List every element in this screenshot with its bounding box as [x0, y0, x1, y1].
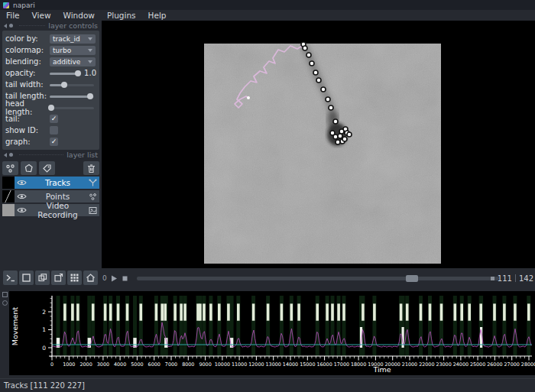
- svg-text:16000: 16000: [316, 361, 332, 368]
- layer-row-video-recording[interactable]: Video Recording: [2, 204, 99, 216]
- layer-controls-title: layer controls: [48, 21, 98, 30]
- plot-dock-float-icon[interactable]: [2, 292, 8, 297]
- head-length-slider[interactable]: [50, 104, 94, 112]
- home-reset-view-button[interactable]: [83, 271, 98, 285]
- svg-text:5000: 5000: [131, 361, 143, 368]
- layer-controls-panel: color by: track_id colormap: turbo blend…: [2, 31, 99, 150]
- layer-visibility-eye-icon[interactable]: [17, 179, 27, 186]
- layer-list-title: layer list: [66, 151, 98, 159]
- viewer-canvas[interactable]: [102, 21, 535, 268]
- ndisplay-2d3d-button[interactable]: [19, 271, 34, 285]
- transpose-dimensions-button[interactable]: [51, 271, 66, 285]
- svg-text:2000: 2000: [79, 361, 92, 368]
- colormap-value: turbo: [53, 47, 71, 54]
- frame-slider-handle[interactable]: [406, 275, 418, 282]
- layer-visibility-eye-icon[interactable]: [17, 193, 27, 200]
- svg-text:27000: 27000: [504, 361, 520, 368]
- show-id-label: show ID:: [5, 126, 50, 134]
- layer-controls-dock-title: layer controls: [0, 21, 102, 31]
- layer-name: Video Recording: [27, 201, 89, 219]
- svg-text:11000: 11000: [232, 361, 247, 368]
- play-button[interactable]: [111, 275, 118, 282]
- menu-help[interactable]: Help: [142, 11, 173, 20]
- dims-slider-row: 0: [102, 268, 499, 288]
- tail-length-slider[interactable]: [50, 92, 94, 100]
- layer-name: Tracks: [27, 178, 89, 187]
- svg-text:1000: 1000: [63, 361, 75, 368]
- frame-slider[interactable]: [137, 274, 499, 283]
- dock-collapse-icon[interactable]: [4, 153, 7, 157]
- dock-float-icon[interactable]: [9, 24, 13, 28]
- dims-axis-label: 0: [102, 274, 107, 282]
- status-text: Tracks [111 220 227]: [4, 381, 85, 390]
- layer-thumbnail: [2, 177, 15, 189]
- points-layer-type-icon: [89, 193, 97, 201]
- menubar: FileViewWindowPluginsHelp: [0, 10, 535, 21]
- dock-float-icon[interactable]: [9, 153, 13, 157]
- left-dock-panel: layer controls color by: track_id colorm…: [0, 21, 102, 268]
- delete-layer-button[interactable]: [83, 161, 99, 175]
- blending-value: additive: [53, 58, 80, 66]
- current-frame: 111: [498, 274, 512, 283]
- layer-list-dock-title: layer list: [0, 150, 102, 160]
- status-bar: Tracks [111 220 227]: [0, 378, 535, 392]
- graph-label: graph:: [5, 138, 50, 146]
- layer-thumbnail: [2, 190, 15, 202]
- titlebar: napari: [0, 0, 535, 10]
- blending-dropdown[interactable]: additive: [50, 57, 96, 66]
- tail-checkbox[interactable]: ✓: [50, 115, 58, 123]
- tracks-layer-type-icon: [89, 179, 97, 187]
- svg-text:6000: 6000: [148, 361, 160, 368]
- svg-text:4000: 4000: [114, 361, 126, 368]
- svg-text:8000: 8000: [182, 361, 194, 368]
- roll-dimensions-button[interactable]: [35, 271, 50, 285]
- svg-text:14000: 14000: [283, 361, 298, 368]
- svg-text:3000: 3000: [97, 361, 109, 368]
- new-points-layer-button[interactable]: [2, 161, 18, 175]
- show-id-checkbox[interactable]: [50, 126, 58, 134]
- svg-text:17000: 17000: [334, 361, 349, 368]
- chevron-down-icon: [88, 60, 92, 63]
- movement-plot: 0100020003000400050006000700080009000100…: [9, 291, 535, 375]
- svg-text:Time: Time: [372, 365, 391, 374]
- menu-file[interactable]: File: [0, 11, 26, 20]
- svg-text:15000: 15000: [300, 361, 315, 368]
- tail-width-slider[interactable]: [50, 81, 94, 89]
- plot-dock-close-icon[interactable]: [2, 300, 8, 306]
- svg-text:10000: 10000: [215, 361, 230, 368]
- svg-text:24000: 24000: [453, 361, 469, 368]
- menu-plugins[interactable]: Plugins: [101, 11, 142, 20]
- svg-text:13000: 13000: [266, 361, 281, 368]
- opacity-slider[interactable]: [50, 70, 80, 77]
- colormap-dropdown[interactable]: turbo: [50, 46, 96, 55]
- svg-text:26000: 26000: [487, 361, 502, 368]
- layer-visibility-eye-icon[interactable]: [17, 206, 27, 214]
- layer-row-tracks[interactable]: Tracks: [2, 177, 99, 189]
- video-frame-image: [203, 42, 443, 265]
- new-labels-layer-button[interactable]: [39, 161, 55, 175]
- dock-collapse-icon[interactable]: [4, 24, 7, 28]
- svg-text:23000: 23000: [436, 361, 451, 368]
- svg-text:7000: 7000: [165, 361, 177, 368]
- tail-width-label: tail width:: [5, 80, 50, 89]
- grid-view-button[interactable]: [67, 271, 82, 285]
- color-by-value: track_id: [53, 35, 80, 43]
- menu-window[interactable]: Window: [57, 11, 101, 20]
- colormap-label: colormap:: [5, 46, 50, 54]
- svg-text:22000: 22000: [419, 361, 434, 368]
- plot-dock-titlebar: [0, 288, 9, 378]
- chevron-down-icon: [88, 37, 92, 40]
- new-shapes-layer-button[interactable]: [21, 161, 37, 175]
- head-length-label: head length:: [5, 99, 50, 116]
- svg-text:Movement: Movement: [11, 307, 19, 346]
- frame-marker-icon: [491, 277, 494, 280]
- image-layer-type-icon: [89, 206, 97, 215]
- frame-step-button[interactable]: [122, 275, 128, 282]
- svg-text:21000: 21000: [402, 361, 417, 368]
- menu-view[interactable]: View: [26, 11, 57, 20]
- viewer-bar: 0 111 142: [0, 268, 535, 288]
- graph-checkbox[interactable]: ✓: [50, 138, 58, 146]
- console-button[interactable]: [3, 271, 18, 285]
- color-by-dropdown[interactable]: track_id: [50, 34, 96, 44]
- svg-text:2: 2: [42, 309, 46, 316]
